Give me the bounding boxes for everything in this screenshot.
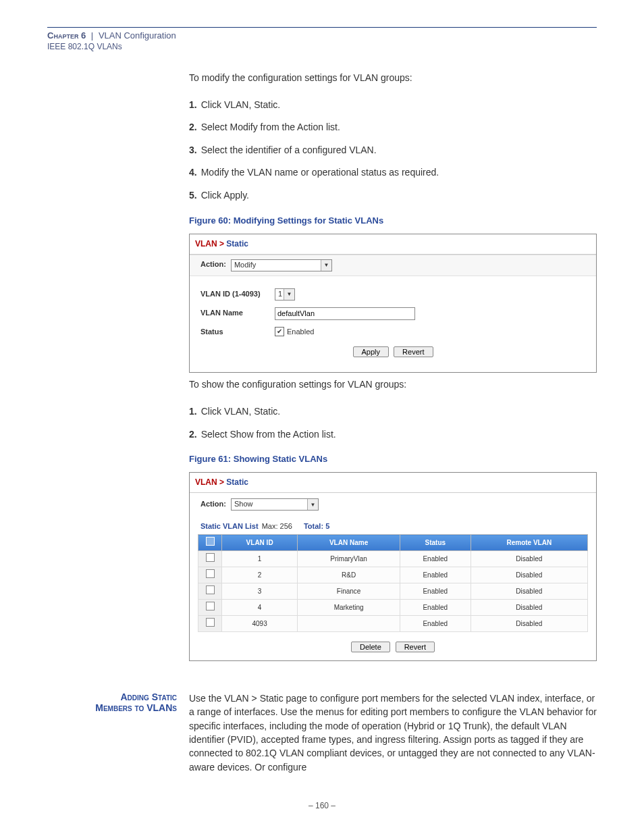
col-vlan-id: VLAN ID — [222, 535, 298, 551]
cell-vlan-name: Marketing — [298, 600, 400, 616]
table-row: 2R&DEnabledDisabled — [198, 567, 588, 583]
cell-vlan-id: 3 — [222, 583, 298, 600]
action-select[interactable]: Show ▼ — [231, 498, 319, 511]
cell-vlan-id: 4 — [222, 600, 298, 616]
action-select[interactable]: Modify ▼ — [231, 259, 332, 271]
figure61: VLAN > Static Action: Show ▼ Static VLAN… — [189, 472, 597, 661]
cell-remote: Disabled — [471, 567, 587, 583]
vlan-id-value: 1 — [278, 289, 282, 299]
figure60: VLAN > Static Action: Modify ▼ VLAN ID (… — [189, 234, 597, 373]
table-row: 4093EnabledDisabled — [198, 616, 588, 632]
row-checkbox[interactable] — [206, 602, 215, 610]
row-checkbox[interactable] — [206, 553, 215, 562]
breadcrumb-current: Static — [226, 477, 248, 487]
revert-button[interactable]: Revert — [394, 346, 433, 357]
figure60-caption: Figure 60: Modifying Settings for Static… — [189, 215, 597, 227]
step-text: Select the identifier of a configured VL… — [201, 145, 377, 155]
row-checkbox[interactable] — [206, 618, 215, 627]
breadcrumb-root: VLAN > — [195, 239, 224, 249]
table-row: 4MarketingEnabledDisabled — [198, 600, 588, 616]
cell-status: Enabled — [400, 600, 471, 616]
dropdown-arrow-icon: ▼ — [284, 289, 294, 300]
vlan-id-label: VLAN ID (1-4093) — [200, 289, 275, 299]
breadcrumb: VLAN > Static — [190, 473, 596, 493]
status-text: Enabled — [287, 327, 314, 337]
cell-status: Enabled — [400, 616, 471, 632]
cell-vlan-name — [298, 616, 400, 632]
delete-button[interactable]: Delete — [351, 642, 390, 652]
cell-remote: Disabled — [471, 600, 587, 616]
action-label: Action: — [200, 260, 226, 268]
running-subheader: IEEE 802.1Q VLANs — [47, 42, 597, 51]
list-max: Max: 256 — [262, 522, 292, 530]
breadcrumb-root: VLAN > — [195, 477, 224, 487]
action-value: Show — [234, 499, 253, 509]
step-text: Click VLAN, Static. — [201, 406, 280, 417]
cell-vlan-name: Finance — [298, 583, 400, 600]
col-status: Status — [400, 535, 471, 551]
chapter-label: Chapter 6 — [47, 30, 86, 41]
col-remote: Remote VLAN — [471, 535, 587, 551]
step-text: Click Apply. — [201, 190, 249, 201]
dropdown-arrow-icon: ▼ — [307, 499, 318, 510]
cell-status: Enabled — [400, 567, 471, 583]
figure61-caption: Figure 61: Showing Static VLANs — [189, 453, 597, 465]
status-label: Status — [200, 327, 275, 337]
cell-remote: Disabled — [471, 616, 587, 632]
breadcrumb-current: Static — [226, 239, 248, 249]
list-total: Total: 5 — [304, 522, 329, 530]
chapter-title: VLAN Configuration — [99, 30, 176, 41]
row-checkbox[interactable] — [206, 585, 215, 594]
step-text: Modify the VLAN name or operational stat… — [201, 167, 439, 178]
cell-vlan-id: 2 — [222, 567, 298, 583]
select-all-header[interactable] — [198, 535, 222, 551]
intro-show: To show the configuration settings for V… — [189, 378, 597, 392]
col-vlan-name: VLAN Name — [298, 535, 400, 551]
action-value: Modify — [234, 260, 256, 270]
row-checkbox[interactable] — [206, 569, 215, 578]
running-header: Chapter 6 | VLAN Configuration — [47, 30, 597, 41]
header-sep: | — [91, 30, 93, 41]
cell-vlan-name: PrimaryVlan — [298, 551, 400, 567]
step-text: Select Modify from the Action list. — [201, 122, 340, 132]
dropdown-arrow-icon: ▼ — [321, 260, 331, 271]
action-label: Action: — [200, 500, 226, 508]
steps-show: 1.Click VLAN, Static. 2.Select Show from… — [189, 405, 597, 441]
table-row: 3FinanceEnabledDisabled — [198, 583, 588, 600]
status-checkbox[interactable]: ✔ — [275, 327, 284, 336]
section-body: Use the VLAN > Static page to configure … — [189, 692, 597, 774]
step-text: Select Show from the Action list. — [201, 429, 336, 440]
step-text: Click VLAN, Static. — [201, 99, 280, 110]
list-label: Static VLAN List — [200, 522, 259, 530]
revert-button[interactable]: Revert — [396, 642, 435, 652]
vlan-name-label: VLAN Name — [200, 308, 275, 318]
vlan-id-select[interactable]: 1 ▼ — [275, 288, 295, 301]
cell-vlan-name: R&D — [298, 567, 400, 583]
vlan-name-input[interactable] — [275, 307, 415, 320]
cell-status: Enabled — [400, 551, 471, 567]
cell-remote: Disabled — [471, 583, 587, 600]
cell-vlan-id: 1 — [222, 551, 298, 567]
table-row: 1PrimaryVlanEnabledDisabled — [198, 551, 588, 567]
intro-modify: To modify the configuration settings for… — [189, 72, 597, 85]
cell-status: Enabled — [400, 583, 471, 600]
section-heading: Adding Static Members to VLANs — [47, 692, 182, 713]
steps-modify: 1.Click VLAN, Static. 2.Select Modify fr… — [189, 99, 597, 203]
cell-remote: Disabled — [471, 551, 587, 567]
breadcrumb: VLAN > Static — [190, 234, 596, 255]
cell-vlan-id: 4093 — [222, 616, 298, 632]
vlan-table: VLAN ID VLAN Name Status Remote VLAN 1Pr… — [198, 534, 588, 632]
apply-button[interactable]: Apply — [353, 346, 390, 357]
page-number: – 160 – — [47, 801, 597, 810]
